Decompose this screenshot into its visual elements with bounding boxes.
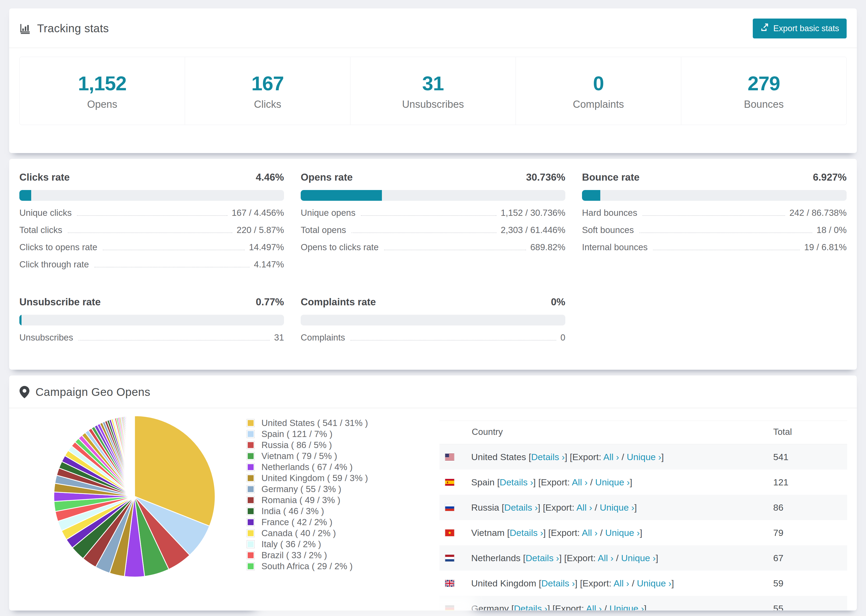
details-link[interactable]: Details › bbox=[510, 528, 543, 538]
dotted-leader bbox=[639, 233, 812, 233]
details-link[interactable]: Details › bbox=[526, 553, 559, 563]
rate-value: 0% bbox=[551, 297, 565, 308]
country-cell: Vietnam [Details ›] [Export: All › / Uni… bbox=[439, 520, 773, 545]
total-cell: 121 bbox=[773, 470, 847, 495]
legend-label: Italy ( 36 / 2% ) bbox=[261, 539, 321, 549]
rates-grid: Clicks rate4.46%Unique clicks167 / 4.456… bbox=[9, 159, 857, 369]
legend-swatch bbox=[247, 530, 254, 537]
export-all-link[interactable]: All › bbox=[586, 603, 602, 611]
country-cell-wrap: United States [Details ›] [Export: All ›… bbox=[439, 444, 773, 470]
export-unique-link[interactable]: Unique › bbox=[595, 477, 630, 487]
details-link[interactable]: Details › bbox=[504, 502, 538, 512]
country-cell-wrap: Germany [Details ›] [Export: All › / Uni… bbox=[439, 596, 773, 610]
dotted-leader bbox=[79, 340, 270, 341]
progress-bar-fill bbox=[301, 190, 382, 201]
geo-table: Country Total United States [Details ›] … bbox=[439, 421, 847, 610]
country-name-and-links: Russia [Details ›] [Export: All › / Uniq… bbox=[471, 502, 637, 513]
legend-label: Spain ( 121 / 7% ) bbox=[261, 429, 332, 439]
export-all-link[interactable]: All › bbox=[603, 452, 619, 462]
legend-label: Germany ( 55 / 3% ) bbox=[261, 484, 341, 494]
export-all-link[interactable]: All › bbox=[572, 477, 587, 487]
legend-item: Germany ( 55 / 3% ) bbox=[247, 484, 368, 495]
rate-stat-label: Hard bounces bbox=[582, 208, 637, 218]
rate-block-header: Bounce rate6.927% bbox=[582, 172, 847, 183]
legend-label: South Africa ( 29 / 2% ) bbox=[261, 561, 353, 571]
export-all-link[interactable]: All › bbox=[576, 502, 592, 512]
rate-title: Unsubscribe rate bbox=[19, 297, 101, 308]
dotted-leader bbox=[384, 250, 526, 250]
export-unique-link[interactable]: Unique › bbox=[621, 553, 656, 563]
details-link[interactable]: Details › bbox=[514, 603, 548, 611]
rate-value: 4.46% bbox=[256, 172, 284, 183]
stat-label: Opens bbox=[20, 99, 185, 110]
rate-title: Opens rate bbox=[301, 172, 353, 183]
stat-label: Unsubscribes bbox=[350, 99, 516, 110]
legend-item: Brazil ( 33 / 2% ) bbox=[247, 550, 368, 561]
rate-stat-row: Complaints0 bbox=[301, 332, 565, 343]
total-cell: 55 bbox=[773, 596, 847, 610]
campaign-geo-opens-card: Campaign Geo Opens United States ( 541 /… bbox=[9, 375, 857, 611]
stat-value: 279 bbox=[681, 72, 846, 95]
rate-stat-label: Total clicks bbox=[19, 225, 62, 235]
tracking-stat-boxes: 1,152Opens167Clicks31Unsubscribes0Compla… bbox=[19, 57, 847, 125]
export-unique-link[interactable]: Unique › bbox=[605, 528, 640, 538]
rate-stat-value: 14.497% bbox=[249, 242, 284, 252]
rate-block: Clicks rate4.46%Unique clicks167 / 4.456… bbox=[19, 172, 284, 270]
country-flag-ru bbox=[445, 504, 455, 511]
legend-item: France ( 42 / 2% ) bbox=[247, 517, 368, 528]
dotted-leader bbox=[103, 250, 245, 250]
legend-item: United Kingdom ( 59 / 3% ) bbox=[247, 473, 368, 484]
rate-block-header: Complaints rate0% bbox=[301, 297, 565, 308]
rate-block: Opens rate30.736%Unique opens1,152 / 30.… bbox=[301, 172, 565, 270]
rate-stat-value: 31 bbox=[274, 332, 284, 343]
rate-title: Complaints rate bbox=[301, 297, 376, 308]
rate-stat-row: Internal bounces19 / 6.81% bbox=[582, 242, 847, 252]
progress-bar-track bbox=[582, 190, 847, 201]
export-unique-link[interactable]: Unique › bbox=[627, 452, 661, 462]
geo-title: Campaign Geo Opens bbox=[36, 386, 150, 399]
details-link[interactable]: Details › bbox=[500, 477, 533, 487]
rate-stat-label: Soft bounces bbox=[582, 225, 634, 235]
country-cell-wrap: Netherlands [Details ›] [Export: All › /… bbox=[439, 545, 773, 570]
legend-label: Netherlands ( 67 / 4% ) bbox=[261, 462, 353, 472]
export-all-link[interactable]: All › bbox=[598, 553, 614, 563]
country-cell: Netherlands [Details ›] [Export: All › /… bbox=[439, 545, 773, 570]
export-unique-link[interactable]: Unique › bbox=[637, 578, 672, 588]
country-flag-us bbox=[445, 453, 455, 460]
table-row-de: Germany [Details ›] [Export: All › / Uni… bbox=[439, 596, 847, 610]
table-row-vn: Vietnam [Details ›] [Export: All › / Uni… bbox=[439, 520, 847, 545]
legend-label: United States ( 541 / 31% ) bbox=[261, 418, 368, 428]
country-cell: United Kingdom [Details ›] [Export: All … bbox=[439, 570, 773, 596]
export-all-link[interactable]: All › bbox=[614, 578, 629, 588]
total-cell: 541 bbox=[773, 444, 847, 470]
legend-item: Spain ( 121 / 7% ) bbox=[247, 428, 368, 439]
rate-stat-label: Clicks to opens rate bbox=[19, 242, 98, 252]
country-cell: Russia [Details ›] [Export: All › / Uniq… bbox=[439, 495, 773, 520]
rate-stat-row: Clicks to opens rate14.497% bbox=[19, 242, 284, 252]
export-basic-stats-button[interactable]: Export basic stats bbox=[753, 19, 847, 38]
rate-stat-value: 18 / 0% bbox=[817, 225, 847, 235]
country-cell: Spain [Details ›] [Export: All › / Uniqu… bbox=[439, 470, 773, 495]
country-name-and-links: Spain [Details ›] [Export: All › / Uniqu… bbox=[471, 477, 632, 487]
rate-stat-label: Opens to clicks rate bbox=[301, 242, 379, 252]
rate-value: 6.927% bbox=[813, 172, 847, 183]
legend-swatch bbox=[247, 508, 254, 515]
details-link[interactable]: Details › bbox=[531, 452, 565, 462]
tracking-stat-box: 1,152Opens bbox=[20, 57, 185, 125]
rate-title: Bounce rate bbox=[582, 172, 639, 183]
total-cell: 67 bbox=[773, 545, 847, 570]
table-row-nl: Netherlands [Details ›] [Export: All › /… bbox=[439, 545, 847, 570]
details-link[interactable]: Details › bbox=[542, 578, 575, 588]
export-unique-link[interactable]: Unique › bbox=[600, 502, 635, 512]
country-name-and-links: United Kingdom [Details ›] [Export: All … bbox=[471, 578, 674, 589]
export-all-link[interactable]: All › bbox=[582, 528, 598, 538]
legend-item: Italy ( 36 / 2% ) bbox=[247, 539, 368, 550]
export-unique-link[interactable]: Unique › bbox=[609, 603, 644, 611]
dotted-leader bbox=[77, 215, 227, 216]
legend-swatch bbox=[247, 563, 254, 570]
tracking-stats-card: Tracking stats Export basic stats 1,152O… bbox=[9, 8, 857, 153]
progress-bar-track bbox=[19, 190, 284, 201]
legend-label: Canada ( 40 / 2% ) bbox=[261, 528, 336, 538]
table-row-es: Spain [Details ›] [Export: All › / Uniqu… bbox=[439, 470, 847, 495]
table-row-gb: United Kingdom [Details ›] [Export: All … bbox=[439, 570, 847, 596]
